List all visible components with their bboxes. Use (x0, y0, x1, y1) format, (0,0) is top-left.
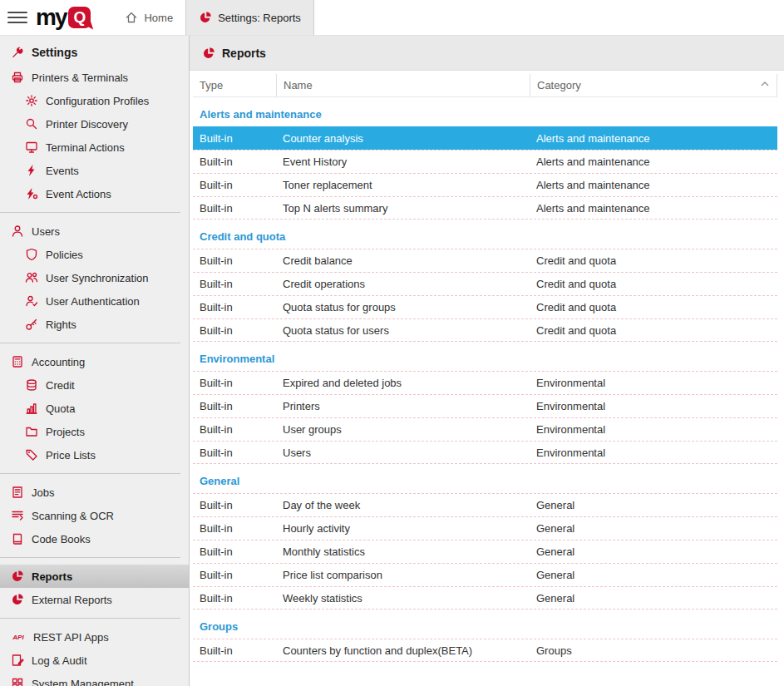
reports-pie-icon (199, 11, 212, 24)
page-title-bar: Reports (190, 36, 784, 71)
cell-category: Alerts and maintenance (530, 179, 777, 191)
sidebar-item-projects[interactable]: Projects (0, 420, 189, 443)
table-row[interactable]: Built-in Credit balance Credit and quota (193, 249, 777, 272)
sidebar-item-user-synchronization[interactable]: User Synchronization (0, 266, 189, 289)
cell-type: Built-in (193, 155, 276, 168)
scan-lines-icon (11, 509, 24, 522)
table-row[interactable]: Built-in Day of the week General (193, 493, 777, 516)
sidebar-item-accounting[interactable]: Accounting (0, 350, 189, 373)
table-row[interactable]: Built-in Quota status for users Credit a… (193, 318, 777, 342)
table-row[interactable]: Built-in Users Environmental (193, 441, 777, 464)
cell-name: Quota status for groups (276, 301, 530, 313)
cell-type: Built-in (193, 423, 276, 436)
cell-category: Credit and quota (530, 301, 777, 313)
book-icon (11, 532, 24, 545)
sidebar-item-terminal-actions[interactable]: Terminal Actions (0, 136, 189, 159)
lightning-action-icon (25, 187, 38, 200)
sidebar-item-users[interactable]: Users (0, 220, 189, 243)
cell-category: General (530, 569, 777, 581)
sidebar-item-jobs[interactable]: Jobs (0, 481, 189, 504)
sidebar-item-system-management[interactable]: System Management (0, 672, 189, 686)
cell-category: General (530, 545, 777, 558)
sidebar-item-log-audit[interactable]: Log & Audit (0, 649, 189, 672)
tab-home-label: Home (144, 12, 173, 24)
myq-logo[interactable]: my Q (36, 0, 91, 35)
group-header: Alerts and maintenance (193, 97, 777, 126)
cell-name: Toner replacement (276, 179, 530, 191)
log-audit-icon (11, 654, 24, 667)
sidebar-item-events[interactable]: Events (0, 159, 189, 182)
cell-type: Built-in (193, 179, 276, 191)
sidebar-item-scanning-ocr[interactable]: Scanning & OCR (0, 504, 189, 527)
coins-icon (25, 378, 38, 392)
printer-icon (11, 71, 24, 84)
column-header-name[interactable]: Name (276, 74, 530, 96)
table-row[interactable]: Built-in Counters by function and duplex… (193, 639, 777, 662)
table-row[interactable]: Built-in Monthly statistics General (193, 540, 777, 563)
table-row[interactable]: Built-in Quota status for groups Credit … (193, 295, 777, 318)
sidebar-item-rest-api-apps[interactable]: API REST API Apps (0, 625, 189, 649)
cell-type: Built-in (193, 132, 276, 145)
sidebar-item-event-actions[interactable]: Event Actions (0, 182, 189, 205)
top-bar: my Q Home Settings: Reports (0, 0, 784, 36)
logo-q-bubble: Q (68, 7, 91, 28)
cell-name: Printers (276, 400, 530, 412)
grid-icon (11, 677, 24, 686)
cell-category: Alerts and maintenance (530, 132, 777, 145)
cell-type: Built-in (193, 400, 276, 412)
document-icon (11, 486, 24, 499)
settings-sidebar: Settings Printers & Terminals Configurat… (0, 36, 190, 686)
sidebar-item-credit[interactable]: Credit (0, 373, 189, 397)
cell-category: Environmental (530, 377, 777, 389)
column-header-type[interactable]: Type (193, 74, 276, 96)
sidebar-item-printers-terminals[interactable]: Printers & Terminals (0, 66, 189, 89)
api-icon: API (11, 630, 26, 644)
sidebar-item-quota[interactable]: Quota (0, 397, 189, 420)
cell-name: Users (276, 447, 530, 459)
sidebar-item-rights[interactable]: Rights (0, 313, 189, 336)
tab-home[interactable]: Home (112, 0, 185, 35)
table-row[interactable]: Built-in Weekly statistics General (193, 586, 777, 610)
table-row[interactable]: Built-in Toner replacement Alerts and ma… (193, 173, 777, 196)
table-row[interactable]: Built-in Hourly activity General (193, 516, 777, 540)
sidebar-item-user-authentication[interactable]: User Authentication (0, 289, 189, 313)
gear-icon (25, 94, 38, 107)
hamburger-menu-icon[interactable] (7, 0, 27, 35)
cell-type: Built-in (193, 202, 276, 215)
cell-name: Counter analysis (276, 132, 530, 145)
sidebar-item-policies[interactable]: Policies (0, 243, 189, 266)
users-sync-icon (25, 271, 38, 284)
sidebar-item-code-books[interactable]: Code Books (0, 527, 189, 550)
sidebar-divider (0, 618, 180, 619)
table-row[interactable]: Built-in Printers Environmental (193, 394, 777, 417)
group-header: Environmental (193, 342, 777, 371)
cell-type: Built-in (193, 301, 276, 313)
tab-settings-reports[interactable]: Settings: Reports (185, 0, 314, 35)
sidebar-item-reports[interactable]: Reports (0, 565, 189, 588)
sort-ascending-icon[interactable] (760, 79, 770, 91)
table-row[interactable]: Built-in User groups Environmental (193, 417, 777, 441)
sidebar-item-price-lists[interactable]: Price Lists (0, 443, 189, 466)
table-row[interactable]: Built-in Credit operations Credit and qu… (193, 272, 777, 295)
table-row[interactable]: Built-in Expired and deleted jobs Enviro… (193, 371, 777, 394)
cell-name: Price list comparison (276, 569, 530, 581)
table-row[interactable]: Built-in Price list comparison General (193, 563, 777, 586)
table-row[interactable]: Built-in Counter analysis Alerts and mai… (193, 126, 777, 150)
group-header: Groups (193, 610, 777, 639)
table-row[interactable]: Built-in Top N alerts summary Alerts and… (193, 196, 777, 220)
tag-icon (25, 448, 38, 461)
sidebar-item-external-reports[interactable]: External Reports (0, 588, 189, 611)
cell-type: Built-in (193, 447, 276, 459)
cell-name: Counters by function and duplex(BETA) (276, 644, 530, 657)
sidebar-item-printer-discovery[interactable]: Printer Discovery (0, 112, 189, 136)
calculator-icon (11, 355, 24, 368)
table-row[interactable]: Built-in Event History Alerts and mainte… (193, 150, 777, 173)
sidebar-item-configuration-profiles[interactable]: Configuration Profiles (0, 89, 189, 112)
user-auth-icon (25, 294, 38, 308)
external-reports-pie-icon (11, 593, 24, 606)
column-header-category[interactable]: Category (530, 74, 777, 96)
shield-icon (25, 248, 38, 261)
cell-name: Expired and deleted jobs (276, 377, 530, 389)
lightning-icon (25, 164, 38, 177)
cell-category: General (530, 522, 777, 535)
